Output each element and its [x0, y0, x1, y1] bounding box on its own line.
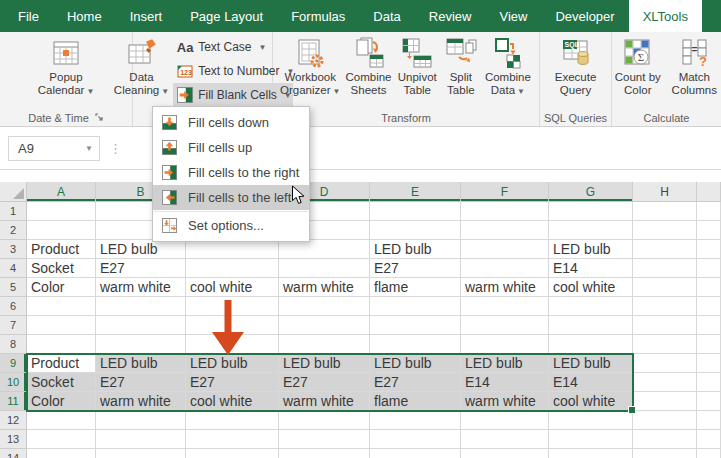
- column-header-H[interactable]: H: [633, 182, 697, 202]
- tab-home[interactable]: Home: [53, 0, 116, 32]
- cell-G11[interactable]: cool white: [549, 392, 633, 411]
- cell-B12[interactable]: [96, 411, 186, 430]
- workbook-organizer-button[interactable]: Workbook Organizer▼: [278, 35, 342, 98]
- cell-partial[interactable]: [697, 449, 721, 458]
- cell-F6[interactable]: [461, 297, 549, 316]
- cell-partial[interactable]: [697, 221, 721, 240]
- cell-C7[interactable]: [186, 316, 279, 335]
- cell-H7[interactable]: [633, 316, 697, 335]
- row-header-14[interactable]: 14: [0, 449, 27, 458]
- cell-F5[interactable]: warm white: [461, 278, 549, 297]
- cell-H14[interactable]: [633, 449, 697, 458]
- row-header-7[interactable]: 7: [0, 316, 27, 335]
- cell-D3[interactable]: [279, 240, 370, 259]
- cell-H8[interactable]: [633, 335, 697, 354]
- cell-B3[interactable]: LED bulb: [96, 240, 186, 259]
- cell-H1[interactable]: [633, 202, 697, 221]
- row-header-10[interactable]: 10: [0, 373, 27, 392]
- menu-item-fill-cells-up[interactable]: Fill cells up: [153, 135, 309, 160]
- cell-A8[interactable]: [27, 335, 96, 354]
- row-header-9[interactable]: 9: [0, 354, 27, 373]
- cell-A10[interactable]: Socket: [27, 373, 96, 392]
- cell-E5[interactable]: flame: [370, 278, 461, 297]
- tab-file[interactable]: File: [4, 0, 53, 32]
- cell-G10[interactable]: E14: [549, 373, 633, 392]
- cell-D14[interactable]: [279, 449, 370, 458]
- cell-B9[interactable]: LED bulb: [96, 354, 186, 373]
- cell-A9[interactable]: Product: [27, 354, 96, 373]
- cell-G13[interactable]: [549, 430, 633, 449]
- tab-developer[interactable]: Developer: [541, 0, 628, 32]
- tab-page-layout[interactable]: Page Layout: [176, 0, 277, 32]
- cell-B13[interactable]: [96, 430, 186, 449]
- cell-D10[interactable]: E27: [279, 373, 370, 392]
- name-box[interactable]: A9 ▼: [8, 136, 100, 161]
- cell-G9[interactable]: LED bulb: [549, 354, 633, 373]
- column-header-G[interactable]: G: [549, 182, 633, 202]
- cell-E13[interactable]: [370, 430, 461, 449]
- menu-item-fill-cells-down[interactable]: Fill cells down: [153, 110, 309, 135]
- cell-C14[interactable]: [186, 449, 279, 458]
- cell-G5[interactable]: cool white: [549, 278, 633, 297]
- cell-B14[interactable]: [96, 449, 186, 458]
- cell-H13[interactable]: [633, 430, 697, 449]
- cell-B10[interactable]: E27: [96, 373, 186, 392]
- cell-F3[interactable]: [461, 240, 549, 259]
- cell-F9[interactable]: LED bulb: [461, 354, 549, 373]
- select-all-corner[interactable]: [0, 182, 27, 202]
- cell-A6[interactable]: [27, 297, 96, 316]
- cell-partial[interactable]: [697, 297, 721, 316]
- cell-H2[interactable]: [633, 221, 697, 240]
- cell-A2[interactable]: [27, 221, 96, 240]
- cell-C4[interactable]: [186, 259, 279, 278]
- cell-partial[interactable]: [697, 240, 721, 259]
- cell-H12[interactable]: [633, 411, 697, 430]
- cell-B5[interactable]: warm white: [96, 278, 186, 297]
- cell-E3[interactable]: LED bulb: [370, 240, 461, 259]
- cell-A7[interactable]: [27, 316, 96, 335]
- cell-F13[interactable]: [461, 430, 549, 449]
- menu-item-fill-cells-to-the-right[interactable]: Fill cells to the right: [153, 160, 309, 185]
- cell-H5[interactable]: [633, 278, 697, 297]
- combine-data-button[interactable]: Combine Data▼: [482, 35, 534, 98]
- row-header-13[interactable]: 13: [0, 430, 27, 449]
- execute-query-button[interactable]: SQL Execute Query: [548, 35, 604, 97]
- cell-F4[interactable]: [461, 259, 549, 278]
- split-table-button[interactable]: Split Table: [440, 35, 482, 97]
- cell-A14[interactable]: [27, 449, 96, 458]
- cell-C12[interactable]: [186, 411, 279, 430]
- row-header-6[interactable]: 6: [0, 297, 27, 316]
- cell-E8[interactable]: [370, 335, 461, 354]
- tab-insert[interactable]: Insert: [116, 0, 177, 32]
- tab-xltools[interactable]: XLTools: [629, 0, 702, 32]
- cell-C6[interactable]: [186, 297, 279, 316]
- cell-F12[interactable]: [461, 411, 549, 430]
- cell-C10[interactable]: E27: [186, 373, 279, 392]
- cell-C3[interactable]: [186, 240, 279, 259]
- cell-partial[interactable]: [697, 411, 721, 430]
- cell-E1[interactable]: [370, 202, 461, 221]
- menu-item-fill-cells-to-the-left[interactable]: Fill cells to the left: [153, 185, 309, 210]
- cell-F8[interactable]: [461, 335, 549, 354]
- cell-F2[interactable]: [461, 221, 549, 240]
- cell-A1[interactable]: [27, 202, 96, 221]
- column-header-A[interactable]: A: [27, 182, 96, 202]
- cell-G8[interactable]: [549, 335, 633, 354]
- cell-H4[interactable]: [633, 259, 697, 278]
- cell-G2[interactable]: [549, 221, 633, 240]
- cell-E9[interactable]: LED bulb: [370, 354, 461, 373]
- fill-handle[interactable]: [628, 406, 636, 414]
- cell-G6[interactable]: [549, 297, 633, 316]
- combine-sheets-button[interactable]: Combine Sheets: [342, 35, 394, 97]
- tab-data[interactable]: Data: [359, 0, 414, 32]
- cell-G14[interactable]: [549, 449, 633, 458]
- unpivot-table-button[interactable]: Unpivot Table: [395, 35, 440, 97]
- cell-G12[interactable]: [549, 411, 633, 430]
- cell-F10[interactable]: E14: [461, 373, 549, 392]
- cell-E12[interactable]: [370, 411, 461, 430]
- cell-G7[interactable]: [549, 316, 633, 335]
- cell-G3[interactable]: LED bulb: [549, 240, 633, 259]
- cell-partial[interactable]: [697, 278, 721, 297]
- cell-D12[interactable]: [279, 411, 370, 430]
- row-header-1[interactable]: 1: [0, 202, 27, 221]
